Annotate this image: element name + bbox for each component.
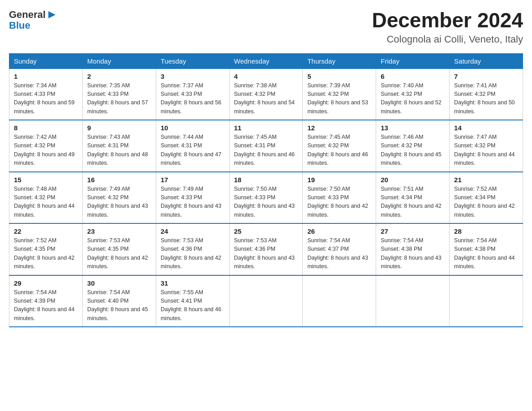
day-number: 22 [14,227,78,235]
sunrise-label: Sunrise: 7:49 AM [87,186,130,192]
daylight-label: Daylight: 8 hours and 42 minutes. [161,255,222,270]
sunrise-label: Sunrise: 7:54 AM [381,237,423,244]
daylight-label: Daylight: 8 hours and 42 minutes. [454,203,515,218]
day-number: 28 [454,227,518,235]
day-info: Sunrise: 7:41 AM Sunset: 4:32 PM Dayligh… [454,81,518,116]
table-row: 11 Sunrise: 7:45 AM Sunset: 4:31 PM Dayl… [229,120,303,172]
daylight-label: Daylight: 8 hours and 56 minutes. [161,99,222,114]
sunrise-label: Sunrise: 7:50 AM [234,186,277,192]
table-row: 25 Sunrise: 7:53 AM Sunset: 4:36 PM Dayl… [229,223,303,275]
sunrise-label: Sunrise: 7:41 AM [454,82,497,89]
day-info: Sunrise: 7:52 AM Sunset: 4:35 PM Dayligh… [14,236,78,271]
sunset-label: Sunset: 4:32 PM [454,91,495,97]
daylight-label: Daylight: 8 hours and 43 minutes. [307,255,368,270]
page-header: General Blue December 2024 Colognola ai … [9,9,523,45]
day-number: 12 [307,124,371,132]
daylight-label: Daylight: 8 hours and 44 minutes. [14,306,75,321]
sunset-label: Sunset: 4:32 PM [381,142,422,149]
day-info: Sunrise: 7:54 AM Sunset: 4:38 PM Dayligh… [454,236,518,271]
day-number: 30 [87,279,151,287]
sunset-label: Sunset: 4:31 PM [161,142,202,149]
daylight-label: Daylight: 8 hours and 52 minutes. [381,99,442,114]
daylight-label: Daylight: 8 hours and 43 minutes. [234,203,295,218]
day-number: 17 [161,176,225,184]
sunset-label: Sunset: 4:32 PM [454,142,495,149]
sunset-label: Sunset: 4:32 PM [14,194,55,201]
day-info: Sunrise: 7:49 AM Sunset: 4:33 PM Dayligh… [161,185,225,220]
day-number: 1 [14,73,78,80]
calendar-table: Sunday Monday Tuesday Wednesday Thursday… [9,53,523,328]
sunset-label: Sunset: 4:32 PM [14,142,55,149]
sunset-label: Sunset: 4:33 PM [234,194,275,201]
day-number: 4 [234,73,298,80]
col-tuesday: Tuesday [156,53,229,68]
table-row: 20 Sunrise: 7:51 AM Sunset: 4:34 PM Dayl… [376,172,450,224]
day-info: Sunrise: 7:40 AM Sunset: 4:32 PM Dayligh… [381,81,445,116]
daylight-label: Daylight: 8 hours and 43 minutes. [87,203,148,218]
daylight-label: Daylight: 8 hours and 50 minutes. [454,99,515,114]
day-info: Sunrise: 7:54 AM Sunset: 4:37 PM Dayligh… [307,236,371,271]
daylight-label: Daylight: 8 hours and 43 minutes. [381,255,442,270]
day-number: 20 [381,176,445,184]
day-number: 24 [161,227,225,235]
day-number: 8 [14,124,78,132]
sunset-label: Sunset: 4:32 PM [87,194,129,201]
sunrise-label: Sunrise: 7:51 AM [381,186,423,192]
sunrise-label: Sunrise: 7:53 AM [87,237,130,244]
daylight-label: Daylight: 8 hours and 59 minutes. [14,99,75,114]
sunset-label: Sunset: 4:35 PM [87,246,129,252]
table-row: 23 Sunrise: 7:53 AM Sunset: 4:35 PM Dayl… [82,223,156,275]
table-row: 31 Sunrise: 7:55 AM Sunset: 4:41 PM Dayl… [156,275,229,327]
day-info: Sunrise: 7:50 AM Sunset: 4:33 PM Dayligh… [307,185,371,220]
day-number: 9 [87,124,151,132]
col-saturday: Saturday [450,53,523,68]
sunset-label: Sunset: 4:38 PM [381,246,422,252]
day-info: Sunrise: 7:55 AM Sunset: 4:41 PM Dayligh… [161,288,225,323]
day-number: 21 [454,176,518,184]
daylight-label: Daylight: 8 hours and 49 minutes. [14,151,75,166]
sunrise-label: Sunrise: 7:54 AM [14,289,56,295]
calendar-week-row: 8 Sunrise: 7:42 AM Sunset: 4:32 PM Dayli… [9,120,523,172]
calendar-week-row: 22 Sunrise: 7:52 AM Sunset: 4:35 PM Dayl… [9,223,523,275]
day-number: 16 [87,176,151,184]
day-number: 26 [307,227,371,235]
day-number: 27 [381,227,445,235]
sunrise-label: Sunrise: 7:54 AM [87,289,130,295]
sunrise-label: Sunrise: 7:37 AM [161,82,203,89]
daylight-label: Daylight: 8 hours and 44 minutes. [454,255,515,270]
sunrise-label: Sunrise: 7:40 AM [381,82,423,89]
day-info: Sunrise: 7:38 AM Sunset: 4:32 PM Dayligh… [234,81,298,116]
day-info: Sunrise: 7:37 AM Sunset: 4:33 PM Dayligh… [161,81,225,116]
daylight-label: Daylight: 8 hours and 42 minutes. [87,255,148,270]
day-info: Sunrise: 7:42 AM Sunset: 4:32 PM Dayligh… [14,133,78,168]
day-info: Sunrise: 7:53 AM Sunset: 4:36 PM Dayligh… [161,236,225,271]
calendar-header-row: Sunday Monday Tuesday Wednesday Thursday… [9,53,523,68]
sunset-label: Sunset: 4:34 PM [381,194,422,201]
day-info: Sunrise: 7:53 AM Sunset: 4:36 PM Dayligh… [234,236,298,271]
sunrise-label: Sunrise: 7:45 AM [307,134,350,140]
sunrise-label: Sunrise: 7:52 AM [14,237,56,244]
table-row: 15 Sunrise: 7:48 AM Sunset: 4:32 PM Dayl… [9,172,83,224]
day-info: Sunrise: 7:54 AM Sunset: 4:39 PM Dayligh… [14,288,78,323]
day-number: 18 [234,176,298,184]
daylight-label: Daylight: 8 hours and 44 minutes. [454,151,515,166]
logo-triangle-icon [47,10,56,19]
day-info: Sunrise: 7:51 AM Sunset: 4:34 PM Dayligh… [381,185,445,220]
table-row [229,275,303,327]
sunrise-label: Sunrise: 7:38 AM [234,82,277,89]
sunrise-label: Sunrise: 7:53 AM [234,237,277,244]
day-info: Sunrise: 7:35 AM Sunset: 4:33 PM Dayligh… [87,81,151,116]
logo: General Blue [9,9,56,31]
page-subtitle: Colognola ai Colli, Veneto, Italy [372,34,523,45]
day-number: 5 [307,73,371,80]
table-row: 19 Sunrise: 7:50 AM Sunset: 4:33 PM Dayl… [303,172,376,224]
logo-text-general: General [9,9,46,20]
day-number: 23 [87,227,151,235]
table-row: 5 Sunrise: 7:39 AM Sunset: 4:32 PM Dayli… [303,68,376,120]
sunset-label: Sunset: 4:31 PM [234,142,275,149]
calendar-week-row: 29 Sunrise: 7:54 AM Sunset: 4:39 PM Dayl… [9,275,523,327]
sunset-label: Sunset: 4:38 PM [454,246,495,252]
day-info: Sunrise: 7:34 AM Sunset: 4:33 PM Dayligh… [14,81,78,116]
table-row: 21 Sunrise: 7:52 AM Sunset: 4:34 PM Dayl… [450,172,523,224]
sunset-label: Sunset: 4:39 PM [14,298,55,304]
